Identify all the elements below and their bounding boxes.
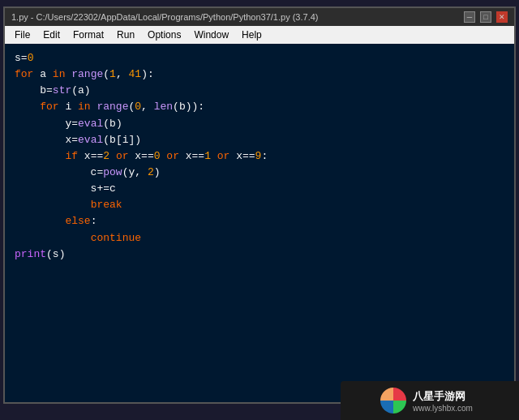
code-line-7: if x==2 or x==0 or x==1 or x==9: [15, 148, 504, 165]
menu-edit[interactable]: Edit [36, 28, 66, 42]
menu-help[interactable]: Help [235, 28, 268, 42]
watermark-site-name: 八星手游网 [413, 389, 465, 404]
code-line-1: s=0 [15, 50, 504, 66]
code-line-3: b=str(a) [15, 83, 504, 99]
watermark-logo-icon [380, 388, 406, 414]
watermark-bar: 八星手游网 www.lyshbx.com [341, 381, 519, 420]
menu-bar: File Edit Format Run Options Window Help [5, 26, 514, 44]
window-controls: ─ □ ✕ [464, 11, 508, 23]
code-line-4: for i in range(0, len(b)): [15, 99, 504, 115]
maximize-button[interactable]: □ [480, 11, 491, 23]
watermark-site-url: www.lyshbx.com [413, 404, 473, 413]
menu-format[interactable]: Format [66, 28, 110, 42]
code-line-13: print(s) [15, 246, 504, 263]
code-line-12: continue [15, 230, 504, 246]
menu-run[interactable]: Run [110, 28, 141, 42]
menu-file[interactable]: File [8, 28, 36, 42]
window-title: 1.py - C:/Users/22302/AppData/Local/Prog… [11, 12, 318, 22]
code-line-10: break [15, 197, 504, 213]
menu-window[interactable]: Window [187, 28, 235, 42]
menu-options[interactable]: Options [141, 28, 187, 42]
code-line-2: for a in range(1, 41): [15, 66, 504, 83]
code-line-9: s+=c [15, 181, 504, 197]
window-frame: 1.py - C:/Users/22302/AppData/Local/Prog… [3, 6, 516, 404]
code-line-8: c=pow(y, 2) [15, 165, 504, 181]
title-bar: 1.py - C:/Users/22302/AppData/Local/Prog… [5, 8, 514, 26]
code-editor[interactable]: s=0 for a in range(1, 41): b=str(a) for … [5, 44, 514, 402]
code-line-5: y=eval(b) [15, 116, 504, 132]
minimize-button[interactable]: ─ [464, 11, 475, 23]
code-line-6: x=eval(b[i]) [15, 132, 504, 148]
close-button[interactable]: ✕ [496, 11, 508, 23]
watermark-info: 八星手游网 www.lyshbx.com [413, 389, 473, 413]
code-line-11: else: [15, 213, 504, 229]
